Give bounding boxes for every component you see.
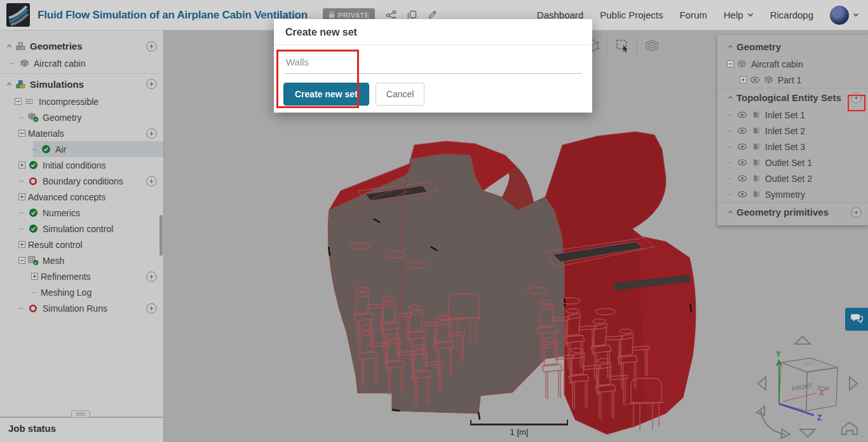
eye-icon[interactable] — [735, 111, 749, 118]
toolbar-separator — [607, 37, 607, 55]
job-status-label: Job status — [8, 423, 163, 434]
chevron-up-expander[interactable] — [725, 209, 735, 216]
cube-icon — [762, 76, 775, 84]
layers-icon — [749, 190, 762, 198]
section-header-geometry[interactable]: Geometry — [717, 38, 868, 56]
plus-expander[interactable] — [17, 241, 27, 248]
panel-section-geometry: GeometryAircraft cabinPart 1 — [717, 38, 868, 88]
home-view-icon[interactable] — [842, 422, 857, 434]
nav-forum[interactable]: Forum — [679, 10, 707, 20]
tree-item-simulations[interactable]: Simulations — [0, 73, 163, 93]
eye-icon[interactable] — [735, 143, 749, 150]
ring-icon — [27, 304, 39, 313]
tree-item-label: Initial conditions — [43, 160, 106, 170]
eye-icon[interactable] — [735, 159, 749, 166]
tree-item-boundary-conditions[interactable]: Boundary conditions — [0, 173, 163, 189]
chat-button[interactable] — [845, 308, 868, 331]
chevron-expander[interactable] — [4, 43, 14, 50]
rotate-right-arrow[interactable] — [850, 377, 857, 390]
scene-item-inlet-set-3[interactable]: Inlet Set 3 — [717, 139, 868, 155]
tree-scrollbar[interactable] — [159, 215, 163, 256]
tree-item-result-control[interactable]: Result control — [0, 237, 163, 252]
simscale-logo-icon[interactable] — [6, 3, 30, 27]
minus-expander[interactable] — [17, 130, 27, 137]
add-set-button[interactable] — [851, 207, 862, 218]
tree-item-incompressible[interactable]: Incompressible — [0, 93, 163, 109]
minus-expander[interactable] — [725, 60, 735, 67]
tree-item-refinements[interactable]: Refinements — [0, 268, 163, 284]
add-button[interactable] — [146, 303, 157, 314]
plus-expander[interactable] — [29, 273, 39, 280]
tree-item-geometries[interactable]: Geometries — [0, 37, 163, 55]
add-button[interactable] — [146, 128, 157, 139]
nav-public-projects[interactable]: Public Projects — [600, 10, 663, 20]
viewport-toolbar — [583, 37, 661, 55]
box-select-icon[interactable] — [613, 37, 631, 55]
nav-help[interactable]: Help — [724, 10, 754, 20]
eye-icon[interactable] — [748, 76, 762, 83]
scene-item-symmetry[interactable]: Symmetry — [717, 186, 868, 202]
tree-item-aircraft-cabin[interactable]: Aircraft cabin — [0, 55, 163, 71]
scene-item-inlet-set-2[interactable]: Inlet Set 2 — [717, 123, 868, 139]
layers-icon — [749, 174, 762, 183]
rotate-left-arrow[interactable] — [758, 377, 766, 390]
plus-expander[interactable] — [738, 76, 748, 83]
minus-expander[interactable] — [17, 257, 27, 264]
tree-item-label: Boundary conditions — [43, 176, 123, 186]
minus-expander[interactable] — [13, 98, 23, 105]
tree-item-label: Simulation Runs — [43, 303, 107, 314]
plus-expander[interactable] — [17, 193, 27, 200]
tree-item-air[interactable]: Air — [0, 141, 163, 157]
add-button[interactable] — [146, 41, 157, 52]
plus-expander[interactable] — [17, 162, 27, 169]
scene-item-outlet-set-2[interactable]: Outlet Set 2 — [717, 170, 868, 186]
scene-item-part-1[interactable]: Part 1 — [717, 72, 868, 88]
avatar[interactable] — [830, 6, 849, 25]
add-button[interactable] — [146, 271, 157, 282]
tree-item-initial-conditions[interactable]: Initial conditions — [0, 157, 163, 173]
chevron-up-expander[interactable] — [725, 94, 735, 101]
rotate-up-arrow[interactable] — [795, 336, 810, 344]
tree-item-geometry[interactable]: Geometry — [0, 109, 163, 125]
chat-bubbles-icon — [850, 312, 864, 326]
section-header-topological-entity-sets[interactable]: Topological Entity Sets — [717, 88, 868, 107]
axis-x-label: X — [819, 389, 824, 397]
dash-expander — [725, 143, 735, 150]
navigation-cube[interactable]: FRONT TOP LEFT Y Z X — [750, 334, 868, 442]
rotate-down-arrow[interactable] — [800, 429, 815, 437]
tree-item-simulation-control[interactable]: Simulation control — [0, 221, 163, 237]
cancel-button[interactable]: Cancel — [376, 83, 425, 106]
tree-item-meshing-log[interactable]: Meshing Log — [0, 284, 163, 300]
tree-item-advanced-concepts[interactable]: Advanced concepts — [0, 189, 163, 205]
chevron-up-expander[interactable] — [725, 43, 735, 50]
set-name-input[interactable] — [285, 54, 581, 74]
section-header-geometry-primitives[interactable]: Geometry primitives — [717, 203, 868, 221]
scene-item-aircraft-cabin[interactable]: Aircraft cabin — [717, 56, 868, 72]
tree-item-mesh[interactable]: Mesh — [0, 252, 163, 268]
check-icon — [27, 224, 39, 233]
dash-expander — [29, 146, 39, 153]
scene-item-inlet-set-1[interactable]: Inlet Set 1 — [717, 107, 868, 123]
scene-item-outlet-set-1[interactable]: Outlet Set 1 — [717, 155, 868, 170]
add-button[interactable] — [146, 176, 157, 186]
add-set-button[interactable] — [851, 92, 862, 103]
scale-bar-line — [470, 420, 568, 425]
create-new-set-button[interactable]: Create new set — [283, 83, 369, 106]
edit-icon[interactable] — [428, 10, 437, 20]
user-menu[interactable] — [830, 6, 859, 25]
scene-item-label: Inlet Set 2 — [765, 126, 805, 136]
tree-item-materials[interactable]: Materials — [0, 125, 163, 141]
job-status-collapse-handle[interactable] — [71, 410, 90, 417]
nav-username[interactable]: Ricardopg — [770, 10, 813, 20]
mesh-cube-icon[interactable] — [643, 37, 661, 55]
tree-item-simulation-runs[interactable]: Simulation Runs — [0, 300, 163, 316]
chevron-expander[interactable] — [4, 81, 14, 88]
dash-expander — [17, 209, 27, 216]
job-status-panel[interactable]: Job status — [0, 417, 164, 442]
eye-icon[interactable] — [735, 127, 749, 134]
eye-icon[interactable] — [735, 175, 749, 182]
tree-item-numerics[interactable]: Numerics — [0, 205, 163, 221]
eye-icon[interactable] — [735, 191, 749, 198]
dash-expander — [17, 114, 27, 121]
add-button[interactable] — [146, 78, 157, 89]
